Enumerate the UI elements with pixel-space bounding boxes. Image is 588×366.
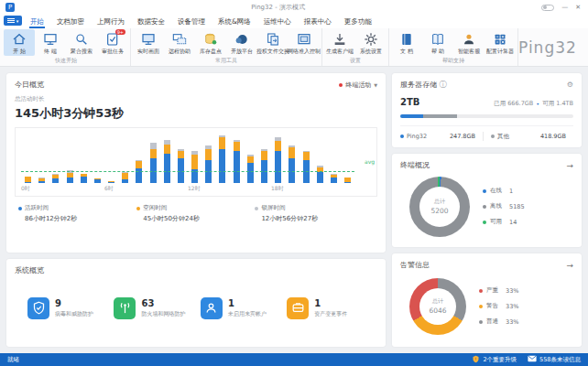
average-line bbox=[21, 171, 354, 172]
ribbon-group: 文 档帮 助智能客服配置计算器帮助支持 bbox=[389, 28, 518, 66]
close-button[interactable]: ✕ bbox=[575, 5, 581, 11]
bar-hour-20 bbox=[299, 132, 312, 183]
system-tile[interactable]: 1资产变更事件 bbox=[287, 297, 365, 319]
remote-icon bbox=[172, 31, 188, 47]
legend-value: 14 bbox=[509, 219, 517, 226]
ribbon-button-download[interactable]: 生成客户端 bbox=[324, 29, 355, 56]
legend-dot-icon bbox=[400, 135, 404, 138]
bar-hour-10 bbox=[160, 132, 174, 183]
ribbon-button-label: 授权文件交换 bbox=[256, 48, 289, 56]
segment-value: 418.9GB bbox=[540, 133, 573, 140]
notification-badge: 9+ bbox=[115, 29, 125, 35]
download-icon bbox=[332, 31, 348, 47]
file-menu-button[interactable]: ▾ bbox=[4, 16, 22, 26]
ribbon-button-remote[interactable]: 远程协助 bbox=[164, 29, 195, 56]
legend-dot-icon bbox=[18, 207, 22, 210]
ribbon-button-nac[interactable]: 网络准入控制 bbox=[289, 29, 320, 56]
ribbon-button-label: 帮 助 bbox=[431, 48, 444, 56]
ribbon-button-label: 文 档 bbox=[400, 48, 413, 56]
donut-legend-item: 离线5185 bbox=[483, 202, 525, 210]
search-icon bbox=[74, 31, 90, 47]
activity-filter-dropdown[interactable]: 终端活动 ▼ bbox=[339, 81, 377, 90]
statusbar-item[interactable]: !2个重要升级 bbox=[472, 355, 517, 365]
bar-hour-8 bbox=[132, 132, 146, 183]
open-terminal-overview-arrow[interactable]: → bbox=[566, 161, 573, 170]
tile-value: 63 bbox=[141, 298, 185, 308]
ribbon-button-label: 生成客户端 bbox=[326, 48, 354, 56]
ribbon-button-agent[interactable]: 智能客服 bbox=[453, 29, 485, 56]
menu-item-5[interactable]: 系统&网络 bbox=[212, 15, 257, 28]
today-overview-title: 今日概览 bbox=[15, 80, 44, 90]
files-icon bbox=[266, 31, 281, 47]
legend-dot-icon bbox=[483, 189, 486, 193]
tile-label: 未启用来宾帐户 bbox=[228, 310, 267, 318]
minimize-button[interactable]: — bbox=[561, 5, 568, 11]
ribbon-button-screen[interactable]: 实时画面 bbox=[133, 29, 164, 56]
donut-legend-item: 严重33% bbox=[479, 286, 518, 295]
menu-item-3[interactable]: 数据安全 bbox=[131, 15, 171, 28]
legend-dot-icon bbox=[255, 207, 258, 210]
title-bar: P Ping32 - 演示模式 — ✕ bbox=[0, 0, 588, 15]
open-alerts-arrow[interactable]: → bbox=[566, 261, 573, 270]
system-tile[interactable]: 9病毒和威胁防护 bbox=[27, 297, 105, 319]
system-tile[interactable]: 1未启用来宾帐户 bbox=[201, 297, 278, 319]
menu-item-2[interactable]: 上网行为 bbox=[91, 15, 131, 28]
ribbon-button-db[interactable]: 库存盘点 bbox=[195, 29, 226, 56]
menu-item-1[interactable]: 文档加密 bbox=[50, 15, 91, 28]
legend-label: 锁屏时间 bbox=[261, 204, 285, 212]
legend-dot-icon bbox=[479, 289, 483, 293]
donut-legend-item: 在线1 bbox=[483, 187, 525, 195]
hamburger-icon bbox=[7, 18, 15, 23]
legend-dot-icon bbox=[483, 205, 486, 209]
legend-label: 空闲时间 bbox=[143, 204, 167, 212]
x-tick-label: 12时 bbox=[188, 185, 201, 193]
ribbon-button-help[interactable]: 帮 助 bbox=[422, 29, 453, 56]
ribbon-button-label: 审批任务 bbox=[102, 48, 124, 56]
bar-hour-23 bbox=[341, 132, 354, 183]
tile-value: 1 bbox=[314, 298, 347, 308]
ribbon-button-gear[interactable]: 系统设置 bbox=[355, 29, 387, 56]
ribbon-button-tasks[interactable]: 审批任务9+ bbox=[97, 29, 128, 56]
menu-item-0[interactable]: 开始 bbox=[24, 15, 50, 28]
db-icon bbox=[203, 31, 219, 47]
alerts-title: 告警信息 bbox=[400, 260, 430, 270]
ribbon-button-terminal[interactable]: 终 端 bbox=[35, 29, 66, 56]
ribbon-button-platform[interactable]: 开放平台 bbox=[226, 29, 257, 56]
ribbon-button-doc[interactable]: 文 档 bbox=[391, 29, 422, 56]
storage-segment-其他: 其他418.9GB bbox=[491, 133, 573, 141]
ribbon-group-label: 快速开始 bbox=[4, 56, 128, 66]
activity-bar-chart: avg 0时6时12时18时 bbox=[15, 127, 377, 197]
settings-gear-icon[interactable]: ⚙ bbox=[567, 81, 573, 89]
donut-legend-item: 可用14 bbox=[483, 218, 525, 226]
ribbon-button-search[interactable]: 聚合搜索 bbox=[66, 29, 97, 56]
menu-bar: ▾ 开始文档加密上网行为数据安全设备管理系统&网络运维中心报表中心更多功能 bbox=[0, 15, 588, 28]
storage-total: 2TB bbox=[400, 97, 419, 107]
bar-hour-4 bbox=[77, 132, 91, 183]
bar-hour-15 bbox=[230, 132, 244, 183]
menu-item-8[interactable]: 更多功能 bbox=[338, 15, 378, 28]
statusbar-item-label: 558条未读信息 bbox=[539, 356, 581, 364]
ribbon-button-label: 配置计算器 bbox=[486, 48, 514, 56]
system-overview-title: 系统概览 bbox=[15, 265, 44, 275]
theme-toggle[interactable] bbox=[541, 5, 554, 11]
ribbon-button-label: 聚合搜索 bbox=[71, 48, 93, 56]
menu-item-4[interactable]: 设备管理 bbox=[171, 15, 212, 28]
menu-item-6[interactable]: 运维中心 bbox=[257, 15, 298, 28]
statusbar-item[interactable]: 558条未读信息 bbox=[528, 355, 581, 365]
legend-value: 5185 bbox=[509, 203, 525, 210]
legend-label: 可用 bbox=[490, 218, 502, 226]
tile-label: 防火墙和网络防护 bbox=[141, 310, 185, 318]
ribbon-button-files[interactable]: 授权文件交换 bbox=[257, 29, 289, 56]
bar-hour-9 bbox=[147, 132, 160, 183]
ribbon-toolbar: 开 始终 端聚合搜索审批任务9+快速开始实时画面远程协助库存盘点开放平台授权文件… bbox=[0, 28, 588, 67]
donut-center-label: 总计 bbox=[434, 198, 445, 206]
menu-item-7[interactable]: 报表中心 bbox=[298, 15, 338, 28]
ribbon-button-home[interactable]: 开 始 bbox=[4, 29, 35, 56]
info-icon[interactable]: ⓘ bbox=[440, 81, 447, 89]
chevron-down-icon: ▾ bbox=[16, 18, 19, 24]
tile-label: 病毒和威胁防护 bbox=[55, 310, 93, 318]
statusbar-item-label: 2个重要升级 bbox=[483, 356, 517, 364]
system-tile[interactable]: 63防火墙和网络防护 bbox=[114, 297, 191, 319]
ribbon-button-calc[interactable]: 配置计算器 bbox=[485, 29, 516, 56]
total-activity-value: 145小时3分钟53秒 bbox=[15, 105, 377, 122]
